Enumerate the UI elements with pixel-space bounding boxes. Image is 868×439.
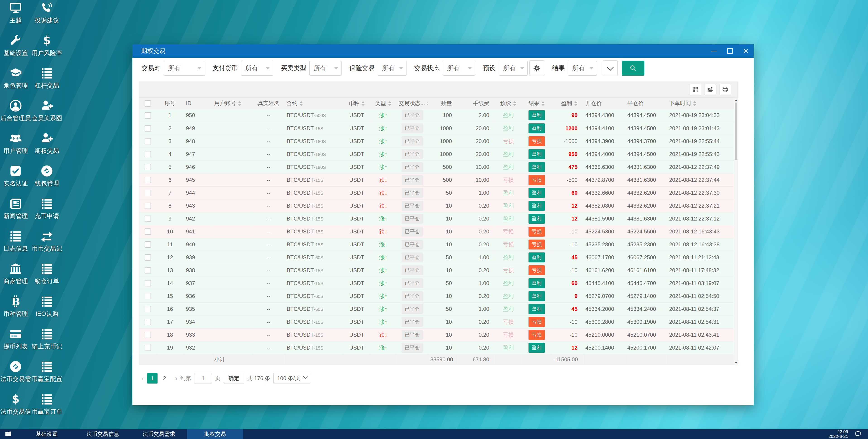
next-page-button[interactable]: › <box>175 374 177 383</box>
taskbar-item-2[interactable]: 法币交易信息 <box>75 429 131 439</box>
minimize-button[interactable] <box>706 44 722 58</box>
row-checkbox[interactable] <box>145 151 151 157</box>
filter-select-5[interactable]: 所有 <box>443 61 475 76</box>
desktop-icon-list[interactable]: 币赢宝订单 <box>31 391 62 424</box>
print-button[interactable] <box>719 84 731 95</box>
row-checkbox[interactable] <box>145 241 151 248</box>
desktop-icon-credit-card[interactable]: 提币列表 <box>0 326 31 359</box>
jump-page-input[interactable] <box>194 373 212 384</box>
taskbar-item-3[interactable]: 法币交易需求 <box>131 429 187 439</box>
select-all-checkbox[interactable] <box>145 100 151 107</box>
desktop-icon-dollar[interactable]: $用户风险率 <box>31 33 62 65</box>
desktop-icon-check-square[interactable]: 实名认证 <box>0 163 31 196</box>
row-checkbox[interactable] <box>145 280 151 286</box>
desktop-icon-wrench[interactable]: 基础设置 <box>0 33 31 65</box>
desktop-icon-user-circle[interactable]: 后台管理员 <box>0 98 31 130</box>
desktop-icon-list[interactable]: 链上充币记 <box>31 326 62 359</box>
desktop-icon-list[interactable]: IEO认购 <box>31 293 62 326</box>
column-header[interactable]: 下单时间 <box>667 97 735 109</box>
maximize-button[interactable] <box>722 44 738 58</box>
column-header[interactable]: 币种 <box>343 97 370 109</box>
filter-select-2[interactable]: 所有 <box>241 61 273 76</box>
desktop-icon-list[interactable]: 杠杆交易 <box>31 65 62 98</box>
row-checkbox[interactable] <box>145 215 151 222</box>
search-button[interactable] <box>622 61 644 76</box>
column-header[interactable]: 类型 <box>370 97 396 109</box>
row-checkbox[interactable] <box>145 112 151 119</box>
notification-bubble-icon[interactable] <box>855 431 862 438</box>
per-page-select[interactable]: 100 条/页 <box>273 373 310 384</box>
desktop-icon-user-plus[interactable]: 期权交易 <box>31 130 62 163</box>
desktop-icon-list[interactable]: 币赢宝配置 <box>31 359 62 391</box>
row-checkbox[interactable] <box>145 125 151 131</box>
row-checkbox[interactable] <box>145 332 151 338</box>
preset-settings-button[interactable] <box>529 60 544 76</box>
desktop-icon-exchange-arrows[interactable]: 币币交易记 <box>31 228 62 261</box>
row-checkbox[interactable] <box>145 164 151 170</box>
row-checkbox[interactable] <box>145 203 151 209</box>
desktop-icon-newspaper[interactable]: 新闻管理 <box>0 196 31 228</box>
taskbar-item-1[interactable]: 基础设置 <box>19 429 75 439</box>
row-checkbox[interactable] <box>145 138 151 144</box>
column-header[interactable]: 预设 <box>495 97 522 109</box>
desktop-icon-dollar[interactable]: $法币交易信 <box>0 391 31 424</box>
row-checkbox[interactable] <box>145 254 151 261</box>
scrollbar-thumb[interactable] <box>735 103 737 160</box>
row-checkbox[interactable] <box>145 190 151 196</box>
desktop-icon-monitor[interactable]: 主题 <box>0 0 31 33</box>
close-price: 45334.2400 <box>627 306 656 312</box>
vertical-scrollbar[interactable]: ▲ ▼ <box>734 97 738 365</box>
row-checkbox[interactable] <box>145 293 151 299</box>
filter-select-3[interactable]: 所有 <box>309 61 342 76</box>
sort-icon[interactable] <box>513 101 517 106</box>
row-checkbox[interactable] <box>145 306 151 312</box>
row-checkbox[interactable] <box>145 267 151 273</box>
row-checkbox[interactable] <box>145 319 151 325</box>
column-header[interactable]: 合约 <box>284 97 343 109</box>
start-button[interactable] <box>0 429 16 439</box>
taskbar-clock[interactable]: 22:09 2022-6-21 <box>828 429 848 439</box>
desktop-icon-bank[interactable]: 商家管理 <box>0 261 31 293</box>
sort-icon[interactable] <box>388 101 392 106</box>
scroll-up-arrow[interactable]: ▲ <box>734 97 738 102</box>
filter-select-4[interactable]: 所有 <box>378 61 406 76</box>
column-settings-button[interactable] <box>690 84 701 95</box>
column-header[interactable]: 交易状态... <box>396 97 428 109</box>
sort-icon[interactable] <box>300 101 303 106</box>
desktop-icon-list[interactable]: 日志信息 <box>0 228 31 261</box>
column-header[interactable]: 结果 <box>522 97 551 109</box>
filter-select-6[interactable]: 所有 <box>499 61 528 76</box>
sort-icon[interactable] <box>427 101 428 106</box>
desktop-icon-wallet-circle[interactable]: 法币交易需 <box>0 359 31 391</box>
sort-icon[interactable] <box>574 101 578 106</box>
export-button[interactable] <box>705 84 716 95</box>
sort-icon[interactable] <box>693 101 696 106</box>
column-header[interactable]: 用户账号 <box>212 97 253 109</box>
row-checkbox[interactable] <box>145 345 151 351</box>
desktop-icon-graduation-cap[interactable]: 角色管理 <box>0 65 31 98</box>
advanced-search-toggle-button[interactable] <box>603 60 618 76</box>
sort-icon[interactable] <box>238 101 242 106</box>
confirm-button[interactable]: 确定 <box>224 373 244 384</box>
desktop-icon-list[interactable]: 锁仓订单 <box>31 261 62 293</box>
desktop-icon-user-plus[interactable]: 会员关系图 <box>31 98 62 130</box>
desktop-icon-bitcoin[interactable]: B币种管理 <box>0 293 31 326</box>
desktop-icon-list[interactable]: 充币申请 <box>31 196 62 228</box>
filter-select-7[interactable]: 所有 <box>568 61 597 76</box>
sort-icon[interactable] <box>361 101 365 106</box>
sort-icon[interactable] <box>541 101 545 106</box>
row-checkbox[interactable] <box>145 229 151 235</box>
taskbar-item-4[interactable]: 期权交易 <box>187 429 243 439</box>
page-number-1[interactable]: 1 <box>147 373 158 383</box>
row-checkbox[interactable] <box>145 177 151 183</box>
contract-pair: BTC/USDT <box>287 241 314 247</box>
close-button[interactable] <box>738 44 754 58</box>
page-number-2[interactable]: 2 <box>159 373 170 383</box>
desktop-icon-wallet-circle[interactable]: 钱包管理 <box>31 163 62 196</box>
filter-select-1[interactable]: 所有 <box>164 61 205 76</box>
prev-page-button[interactable]: ‹ <box>142 374 144 383</box>
scroll-down-arrow[interactable]: ▼ <box>734 360 738 365</box>
desktop-icon-users[interactable]: 用户管理 <box>0 130 31 163</box>
desktop-icon-phone[interactable]: 投诉建议 <box>31 0 62 33</box>
column-header[interactable]: 盈利 <box>551 97 583 109</box>
